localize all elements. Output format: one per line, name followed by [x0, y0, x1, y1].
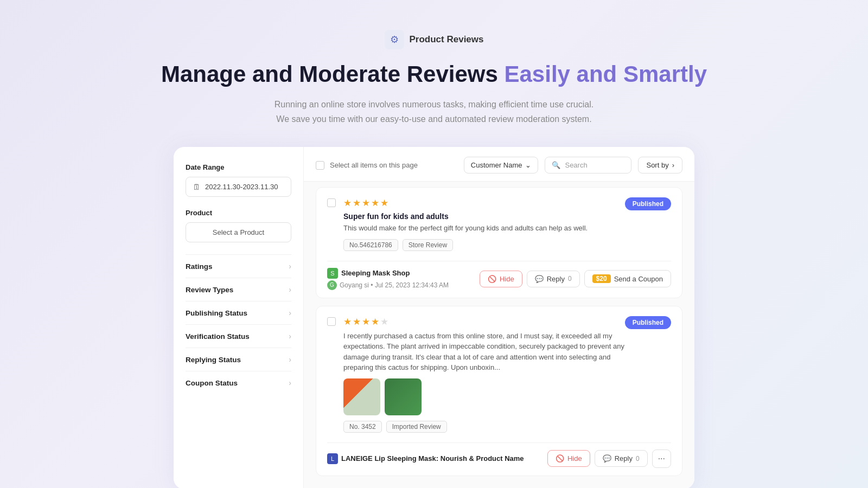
- reply-button-2[interactable]: 💬 Reply 0: [595, 450, 648, 467]
- review-1-store-info: S Sleeping Mask Shop G Goyang si • Jul 2…: [327, 268, 449, 290]
- store-name-2: LANEIGE Lip Sleeping Mask: Nourish & Pro…: [341, 454, 524, 463]
- hide-button-1[interactable]: 🚫 Hide: [480, 271, 522, 287]
- select-all-checkbox[interactable]: [316, 161, 324, 170]
- more-options-button-2[interactable]: ···: [652, 450, 671, 468]
- review-1-actions: 🚫 Hide 💬 Reply 0 $20 Send a Coupon: [480, 270, 671, 287]
- review-1-status-badge: Published: [625, 197, 671, 210]
- star-3: ★: [362, 197, 370, 209]
- store-icon-2: L: [327, 453, 338, 464]
- send-coupon-button-1[interactable]: $20 Send a Coupon: [584, 270, 671, 287]
- chevron-right-icon: ›: [289, 355, 291, 364]
- filter-label-publishing-status: Publishing Status: [186, 309, 247, 317]
- review-2-body: I recently purchased a cactus from this …: [343, 331, 625, 373]
- filter-list: Ratings › Review Types › Publishing Stat…: [186, 254, 291, 394]
- star-1: ★: [343, 316, 352, 328]
- review-2-tags: No. 3452 Imported Review: [343, 421, 625, 433]
- chevron-right-icon: ›: [289, 378, 291, 387]
- filter-item-review-types[interactable]: Review Types ›: [186, 278, 291, 301]
- tag-order-number-2: No. 3452: [343, 421, 382, 433]
- filter-item-coupon-status[interactable]: Coupon Status ›: [186, 371, 291, 394]
- tag-review-type: Store Review: [403, 239, 453, 251]
- reviews-list: ★ ★ ★ ★ ★ Super fun for kids and adults …: [304, 182, 694, 488]
- select-all-label: Select all items on this page: [330, 161, 418, 169]
- page-heading: Manage and Moderate Reviews Easily and S…: [161, 61, 707, 87]
- star-4: ★: [371, 316, 379, 328]
- review-1-checkbox[interactable]: [327, 198, 336, 207]
- product-label: Product: [186, 209, 291, 217]
- filter-label-replying-status: Replying Status: [186, 356, 241, 364]
- app-title-row: ⚙ Product Reviews: [385, 30, 484, 49]
- filter-item-ratings[interactable]: Ratings ›: [186, 254, 291, 278]
- review-1-content: ★ ★ ★ ★ ★ Super fun for kids and adults …: [343, 197, 625, 258]
- chevron-right-icon: ›: [289, 262, 291, 271]
- heading-accent: Easily and Smartly: [505, 61, 707, 87]
- filter-label-review-types: Review Types: [186, 286, 233, 294]
- date-range-input[interactable]: 🗓 2022.11.30-2023.11.30: [186, 177, 291, 197]
- chevron-right-icon: ›: [672, 161, 674, 169]
- filter-item-publishing-status[interactable]: Publishing Status ›: [186, 301, 291, 324]
- review-2-checkbox[interactable]: [327, 317, 336, 326]
- app-icon: ⚙: [385, 30, 404, 49]
- filter-item-replying-status[interactable]: Replying Status ›: [186, 348, 291, 371]
- more-icon: ···: [658, 454, 665, 463]
- customer-dropdown-label: Customer Name: [471, 161, 522, 169]
- date-range-value: 2022.11.30-2023.11.30: [205, 183, 278, 191]
- heading-black: Manage and Moderate Reviews: [161, 61, 498, 87]
- reply-label-2: Reply: [615, 454, 633, 463]
- app-title: Product Reviews: [410, 34, 484, 45]
- review-2-footer: L LANEIGE Lip Sleeping Mask: Nourish & P…: [327, 442, 671, 468]
- reply-button-1[interactable]: 💬 Reply 0: [527, 271, 580, 287]
- customer-name-dropdown[interactable]: Customer Name ⌄: [464, 157, 539, 174]
- store-name: Sleeping Mask Shop: [341, 269, 410, 277]
- star-4: ★: [371, 197, 379, 209]
- sort-by-label: Sort by: [646, 161, 668, 169]
- filter-label-ratings: Ratings: [186, 262, 213, 271]
- review-1-title: Super fun for kids and adults: [343, 212, 625, 221]
- send-coupon-label: Send a Coupon: [614, 275, 663, 283]
- sidebar: Date Range 🗓 2022.11.30-2023.11.30 Produ…: [174, 147, 304, 488]
- reviewer-row: G Goyang si • Jul 25, 2023 12:34:43 AM: [327, 280, 449, 290]
- sort-by-button[interactable]: Sort by ›: [638, 157, 682, 174]
- review-2-images: [343, 378, 625, 415]
- hide-icon: 🚫: [556, 454, 564, 463]
- calendar-icon: 🗓: [193, 182, 201, 191]
- review-2-store-info: L LANEIGE Lip Sleeping Mask: Nourish & P…: [327, 453, 524, 464]
- chevron-right-icon: ›: [289, 309, 291, 317]
- main-card: Date Range 🗓 2022.11.30-2023.11.30 Produ…: [174, 147, 694, 488]
- star-2: ★: [353, 197, 361, 209]
- store-name-row: S Sleeping Mask Shop: [327, 268, 449, 279]
- tag-review-type-2: Imported Review: [386, 421, 447, 433]
- review-top: ★ ★ ★ ★ ★ Super fun for kids and adults …: [327, 197, 671, 258]
- filter-label-verification-status: Verification Status: [186, 332, 250, 341]
- review-image-2: [385, 378, 422, 415]
- review-1-body: This would make for the perfect gift for…: [343, 223, 625, 234]
- chevron-right-icon: ›: [289, 332, 291, 341]
- page-subtitle: Running an online store involves numerou…: [275, 97, 593, 126]
- review-card-2: ★ ★ ★ ★ ★ I recently purchased a cactus …: [316, 306, 682, 476]
- toolbar: Select all items on this page Customer N…: [304, 147, 694, 182]
- star-5-empty: ★: [380, 316, 388, 328]
- chevron-down-icon: ⌄: [525, 161, 531, 169]
- search-icon: 🔍: [552, 161, 560, 169]
- reply-icon: 💬: [535, 275, 544, 283]
- reply-icon-2: 💬: [603, 454, 611, 463]
- review-2-content: ★ ★ ★ ★ ★ I recently purchased a cactus …: [343, 316, 625, 439]
- select-product-button[interactable]: Select a Product: [186, 222, 291, 242]
- review-2-status-badge: Published: [625, 316, 671, 329]
- review-1-footer: S Sleeping Mask Shop G Goyang si • Jul 2…: [327, 261, 671, 290]
- filter-item-verification-status[interactable]: Verification Status ›: [186, 324, 291, 348]
- reviewer-icon: G: [327, 280, 337, 290]
- search-placeholder: Search: [565, 161, 587, 169]
- date-range-label: Date Range: [186, 163, 291, 171]
- review-2-stars: ★ ★ ★ ★ ★: [343, 316, 625, 328]
- hide-label: Hide: [500, 275, 514, 283]
- subtitle-line2: We save you time with our easy-to-use an…: [276, 114, 591, 124]
- hide-button-2[interactable]: 🚫 Hide: [547, 450, 590, 467]
- store-icon: S: [327, 268, 338, 279]
- star-5: ★: [380, 197, 388, 209]
- review-2-top: ★ ★ ★ ★ ★ I recently purchased a cactus …: [327, 316, 671, 439]
- hide-label-2: Hide: [567, 454, 582, 463]
- search-box[interactable]: 🔍 Search: [545, 157, 631, 174]
- reply-count-1: 0: [568, 275, 572, 282]
- coupon-amount-1: $20: [592, 274, 611, 283]
